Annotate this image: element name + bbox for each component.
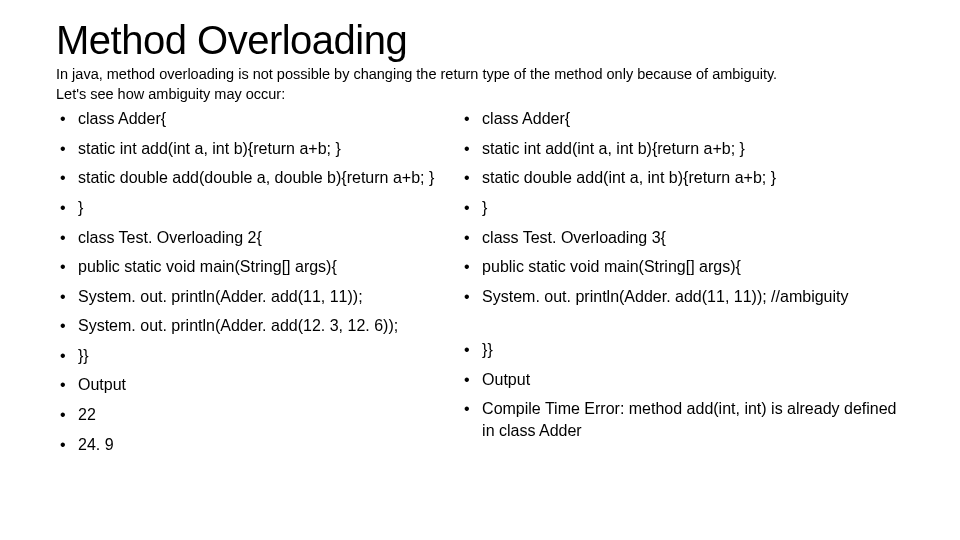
list-item: } (460, 197, 909, 219)
right-list-2: }} Output Compile Time Error: method add… (460, 339, 909, 441)
intro-text: In java, method overloading is not possi… (56, 65, 904, 104)
list-item: static double add(int a, int b){return a… (460, 167, 909, 189)
left-column: class Adder{ static int add(int a, int b… (56, 108, 446, 463)
list-item: static int add(int a, int b){return a+b;… (460, 138, 909, 160)
list-item: }} (460, 339, 909, 361)
list-item: static double add(double a, double b){re… (56, 167, 446, 189)
list-item: Output (460, 369, 909, 391)
list-item: class Adder{ (56, 108, 446, 130)
list-item: class Adder{ (460, 108, 909, 130)
right-list-1: class Adder{ static int add(int a, int b… (460, 108, 909, 307)
list-item: } (56, 197, 446, 219)
list-item: Output (56, 374, 446, 396)
list-item: class Test. Overloading 2{ (56, 227, 446, 249)
right-column: class Adder{ static int add(int a, int b… (460, 108, 909, 463)
intro-line-1: In java, method overloading is not possi… (56, 66, 777, 82)
list-item: public static void main(String[] args){ (460, 256, 909, 278)
content-columns: class Adder{ static int add(int a, int b… (56, 108, 904, 463)
list-item: System. out. println(Adder. add(11, 11))… (460, 286, 909, 308)
list-item: class Test. Overloading 3{ (460, 227, 909, 249)
intro-line-2: Let's see how ambiguity may occur: (56, 86, 285, 102)
list-item: }} (56, 345, 446, 367)
list-item: 22 (56, 404, 446, 426)
left-list: class Adder{ static int add(int a, int b… (56, 108, 446, 455)
list-item: System. out. println(Adder. add(12. 3, 1… (56, 315, 446, 337)
list-item: 24. 9 (56, 434, 446, 456)
list-item: System. out. println(Adder. add(11, 11))… (56, 286, 446, 308)
list-item: static int add(int a, int b){return a+b;… (56, 138, 446, 160)
page-title: Method Overloading (56, 18, 904, 63)
list-item: public static void main(String[] args){ (56, 256, 446, 278)
list-item: Compile Time Error: method add(int, int)… (460, 398, 909, 441)
